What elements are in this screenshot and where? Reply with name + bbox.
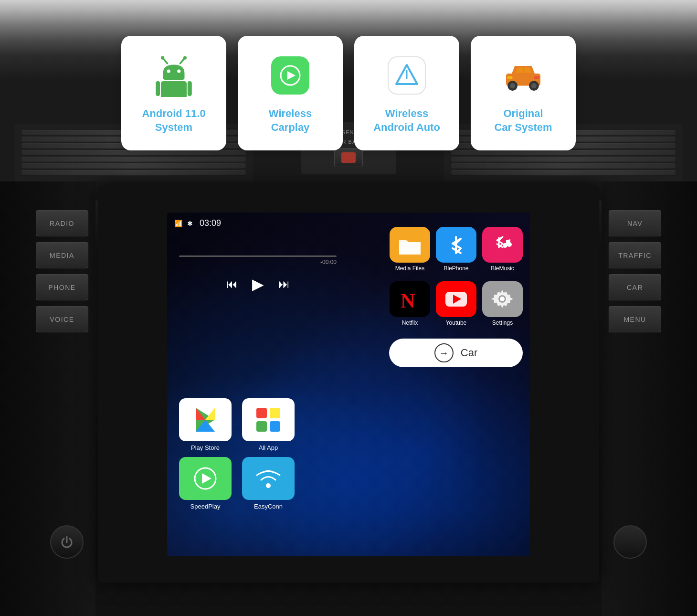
blemusic-icon xyxy=(482,227,523,263)
android-label: Android 11.0System xyxy=(142,107,205,134)
speedplay-icon-wrap xyxy=(179,457,232,500)
svg-point-19 xyxy=(531,83,537,88)
app-item-speedplay[interactable]: SpeedPlay xyxy=(177,457,234,510)
netflix-label: Netflix xyxy=(402,319,418,326)
music-player: -00:00 ⏮ ▶ ⏭ xyxy=(174,236,341,303)
prev-button[interactable]: ⏮ xyxy=(226,277,238,291)
blephone-icon xyxy=(436,227,476,263)
car-button-arrow: → xyxy=(434,343,454,362)
easyconn-label: EasyConn xyxy=(254,503,283,510)
svg-rect-7 xyxy=(156,81,160,96)
left-panel: -00:00 ⏮ ▶ ⏭ xyxy=(174,236,341,549)
carplay-label: WirelessCarplay xyxy=(269,107,312,134)
car-button-side[interactable]: CAR xyxy=(609,274,661,300)
radio-label: RADIO xyxy=(50,220,74,227)
menu-button[interactable]: MENU xyxy=(609,306,661,332)
app-item-youtube[interactable]: Youtube xyxy=(436,281,476,326)
main-unit: 📶 ✱ 03:09 -00:00 ⏮ ▶ ⏭ xyxy=(98,186,599,583)
svg-rect-26 xyxy=(256,408,267,418)
time-remaining: -00:00 xyxy=(179,259,337,266)
playstore-label: Play Store xyxy=(191,444,220,451)
blemusic-label: BleMusic xyxy=(491,265,514,272)
airbag-button xyxy=(334,148,363,167)
androidauto-label: WirelessAndroid Auto xyxy=(373,107,440,134)
traffic-label: TRAFFIC xyxy=(618,252,652,259)
svg-rect-28 xyxy=(256,421,267,432)
phone-label: PHONE xyxy=(48,284,75,291)
app-item-allapp[interactable]: All App xyxy=(240,398,297,451)
player-controls: ⏮ ▶ ⏭ xyxy=(179,275,337,293)
app-item-mediafiles[interactable]: Media Files xyxy=(390,227,430,272)
androidauto-icon xyxy=(383,52,431,99)
app-item-netflix[interactable]: N Netflix xyxy=(390,281,430,326)
play-button[interactable]: ▶ xyxy=(252,275,264,293)
vent-slat xyxy=(21,163,246,169)
nav-button[interactable]: NAV xyxy=(609,210,661,236)
bluetooth-icon: ✱ xyxy=(187,220,193,227)
svg-point-1 xyxy=(161,56,164,60)
vent-slat xyxy=(21,170,246,176)
svg-point-17 xyxy=(510,83,515,88)
svg-text:N: N xyxy=(401,290,415,312)
blephone-label: BlePhone xyxy=(444,265,468,272)
svg-point-4 xyxy=(167,70,170,73)
status-bar: 📶 ✱ 03:09 xyxy=(174,218,523,228)
app-item-easyconn[interactable]: EasyConn xyxy=(240,457,297,510)
wifi-icon: 📶 xyxy=(174,220,182,227)
svg-marker-24 xyxy=(205,408,215,420)
youtube-label: Youtube xyxy=(446,319,467,326)
netflix-icon: N xyxy=(390,281,430,317)
power-button[interactable] xyxy=(50,525,84,559)
vent-slat xyxy=(451,150,676,156)
youtube-icon xyxy=(436,281,476,317)
playstore-icon-wrap xyxy=(179,398,232,441)
speedplay-label: SpeedPlay xyxy=(190,503,221,510)
app-item-settings[interactable]: Settings xyxy=(482,281,523,326)
voice-label: VOICE xyxy=(50,316,74,323)
volume-knob[interactable] xyxy=(613,525,647,559)
svg-point-5 xyxy=(177,70,180,73)
vent-slat xyxy=(451,163,676,169)
svg-point-3 xyxy=(183,56,187,60)
vent-slat xyxy=(451,170,676,176)
svg-rect-20 xyxy=(507,76,512,79)
carsystem-icon xyxy=(499,52,547,99)
app-row-1: Media Files BlePhone xyxy=(389,227,523,272)
svg-rect-29 xyxy=(270,421,280,432)
feature-card-carsystem[interactable]: OriginalCar System xyxy=(471,36,576,150)
settings-label: Settings xyxy=(492,319,513,326)
app-row-2: N Netflix Youtube xyxy=(389,281,523,326)
traffic-button[interactable]: TRAFFIC xyxy=(609,242,661,268)
vent-slat xyxy=(451,157,676,162)
phone-button[interactable]: PHONE xyxy=(36,274,88,300)
svg-point-37 xyxy=(507,242,512,247)
app-item-playstore[interactable]: Play Store xyxy=(177,398,234,451)
voice-button[interactable]: VOICE xyxy=(36,306,88,332)
next-button[interactable]: ⏭ xyxy=(278,277,290,291)
feature-card-carplay[interactable]: WirelessCarplay xyxy=(238,36,343,150)
feature-card-android[interactable]: Android 11.0System xyxy=(121,36,226,150)
svg-point-43 xyxy=(500,297,505,301)
app-item-blemusic[interactable]: BleMusic xyxy=(482,227,523,272)
carplay-icon xyxy=(266,52,314,99)
feature-card-androidauto[interactable]: WirelessAndroid Auto xyxy=(354,36,459,150)
car-main-button[interactable]: → Car xyxy=(389,339,523,367)
time-display: 03:09 xyxy=(200,218,221,228)
svg-rect-8 xyxy=(188,81,192,96)
car-button-label: Car xyxy=(461,347,477,359)
radio-button[interactable]: RADIO xyxy=(36,210,88,236)
car-label: CAR xyxy=(627,284,643,291)
media-button[interactable]: MEDIA xyxy=(36,242,88,268)
feature-cards-container: Android 11.0System WirelessCarplay xyxy=(121,36,576,150)
app-item-blephone[interactable]: BlePhone xyxy=(436,227,476,272)
vent-slat xyxy=(21,157,246,162)
right-panel: Media Files BlePhone xyxy=(389,227,523,549)
svg-rect-27 xyxy=(270,408,280,418)
airbag-warning-icon xyxy=(341,152,356,163)
svg-marker-12 xyxy=(287,71,296,80)
right-side-buttons: NAV TRAFFIC CAR MENU xyxy=(609,210,661,332)
screen: 📶 ✱ 03:09 -00:00 ⏮ ▶ ⏭ xyxy=(167,212,530,556)
allapp-icon-wrap xyxy=(242,398,295,441)
mediafiles-icon xyxy=(390,227,430,263)
android-icon xyxy=(150,52,198,99)
